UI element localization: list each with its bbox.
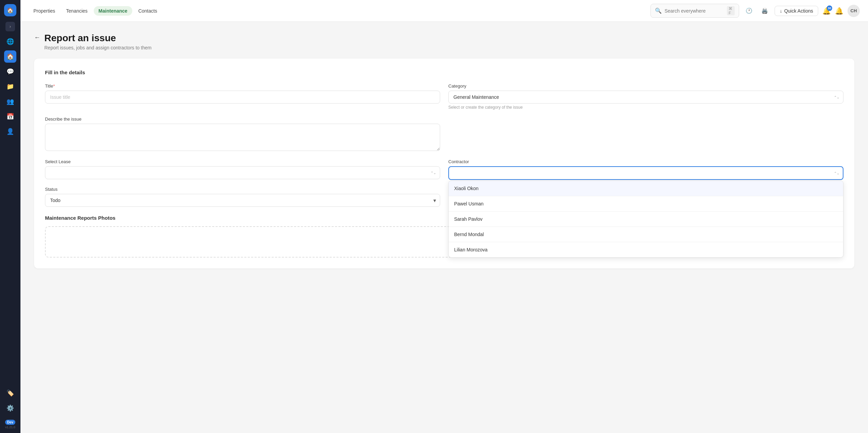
sidebar-item-tag[interactable]: 🏷️ — [4, 387, 16, 399]
category-label: Category — [448, 83, 843, 89]
globe-icon: 🌐 — [6, 38, 14, 45]
version-label: v1.21.0 — [5, 426, 15, 429]
search-bar[interactable]: 🔍 ⌘ F — [650, 4, 739, 18]
contractor-item-sarah[interactable]: Sarah Pavlov — [449, 212, 843, 227]
home-icon: 🏠 — [7, 7, 14, 14]
lease-label: Select Lease — [45, 159, 440, 164]
tag-icon: 🏷️ — [6, 389, 14, 397]
page-title: Report an issue — [44, 33, 151, 44]
download-icon: ↓ — [780, 8, 782, 14]
describe-group: Describe the issue — [45, 117, 440, 152]
history-icon[interactable]: 🕐 — [743, 5, 755, 17]
nav-contacts[interactable]: Contacts — [134, 6, 162, 16]
calendar-icon: 📅 — [6, 113, 14, 120]
title-input[interactable] — [45, 91, 440, 104]
nav-properties[interactable]: Properties — [29, 6, 60, 16]
user-avatar[interactable]: CH — [848, 5, 860, 17]
chevron-right-icon: › — [10, 24, 11, 29]
contractor-item-lilian[interactable]: Lilian Morozova — [449, 242, 843, 257]
sidebar-item-chat[interactable]: 💬 — [4, 65, 16, 78]
topnav-right: 🔍 ⌘ F 🕐 🖨️ ↓ Quick Actions 🔔 30 🔔 CH — [650, 4, 860, 18]
status-select[interactable]: Todo In Progress Done — [45, 194, 440, 207]
describe-label: Describe the issue — [45, 117, 440, 122]
contractor-dropdown: Xiaoli Okon Pawel Usman Sarah Pavlov Ber… — [448, 181, 843, 258]
sidebar-item-folder[interactable]: 📁 — [4, 80, 16, 93]
page-subtitle: Report issues, jobs and assign contracto… — [44, 45, 151, 50]
back-button[interactable]: ← — [34, 34, 40, 41]
contractor-item-bernd[interactable]: Bernd Mondal — [449, 227, 843, 242]
category-hint: Select or create the category of the iss… — [448, 105, 843, 110]
form-card: Fill in the details Title* Category Gene… — [34, 59, 854, 268]
nav-tenancies[interactable]: Tenancies — [61, 6, 92, 16]
contractor-group: Contractor Xiaoli Okon Pawel Usman Sarah… — [448, 159, 843, 180]
search-shortcut: ⌘ F — [727, 6, 735, 15]
top-navigation: Properties Tenancies Maintenance Contact… — [20, 0, 868, 22]
sidebar-item-calendar[interactable]: 📅 — [4, 110, 16, 123]
chat-icon: 💬 — [6, 68, 14, 75]
message-button[interactable]: 🔔 — [835, 7, 843, 15]
maintenance-icon: 🏠 — [6, 53, 14, 60]
dev-badge: Dev — [5, 420, 15, 425]
contractor-input[interactable] — [448, 166, 843, 180]
sidebar: 🏠 › 🌐 🏠 💬 📁 👥 📅 👤 🏷️ ⚙️ Dev v1.21.0 — [0, 0, 20, 433]
page-content: ← Report an issue Report issues, jobs an… — [20, 22, 868, 433]
sidebar-item-person[interactable]: 👤 — [4, 125, 16, 138]
search-input[interactable] — [664, 8, 724, 14]
category-select[interactable]: General Maintenance — [448, 91, 843, 104]
form-row-title-category: Title* Category General Maintenance Sele… — [45, 83, 843, 110]
print-icon[interactable]: 🖨️ — [759, 5, 770, 17]
contractor-input-wrap — [448, 166, 843, 180]
folder-icon: 📁 — [6, 83, 14, 90]
sidebar-item-maintenance[interactable]: 🏠 — [4, 50, 16, 63]
form-section-title: Fill in the details — [45, 69, 843, 75]
notification-button[interactable]: 🔔 30 — [822, 7, 831, 15]
status-select-wrap: Todo In Progress Done ▾ — [45, 194, 440, 207]
nav-links: Properties Tenancies Maintenance Contact… — [29, 6, 648, 16]
quick-actions-label: Quick Actions — [784, 8, 813, 14]
title-label: Title* — [45, 83, 440, 89]
describe-textarea[interactable] — [45, 124, 440, 151]
sidebar-item-settings[interactable]: ⚙️ — [4, 402, 16, 414]
lease-select-wrap — [45, 166, 440, 179]
page-header: ← Report an issue Report issues, jobs an… — [34, 33, 854, 50]
sidebar-item-globe[interactable]: 🌐 — [4, 35, 16, 48]
form-row-describe: Describe the issue — [45, 117, 843, 152]
sidebar-toggle[interactable]: › — [5, 22, 15, 31]
category-group: Category General Maintenance Select or c… — [448, 83, 843, 110]
lease-select[interactable] — [45, 166, 440, 179]
contractor-item-xiaoli[interactable]: Xiaoli Okon — [449, 181, 843, 196]
contractor-label: Contractor — [448, 159, 843, 164]
form-row-lease-contractor: Select Lease Contractor Xiaoli Okon — [45, 159, 843, 180]
category-select-wrap: General Maintenance — [448, 91, 843, 104]
title-group: Title* — [45, 83, 440, 110]
lease-group: Select Lease — [45, 159, 440, 179]
sidebar-item-people[interactable]: 👥 — [4, 95, 16, 108]
nav-maintenance[interactable]: Maintenance — [94, 6, 132, 16]
settings-icon: ⚙️ — [6, 404, 14, 412]
message-icon: 🔔 — [835, 7, 843, 15]
search-icon: 🔍 — [655, 7, 662, 14]
person-icon: 👤 — [6, 128, 14, 135]
notification-badge: 30 — [827, 5, 832, 11]
quick-actions-button[interactable]: ↓ Quick Actions — [775, 6, 818, 16]
main-content: Properties Tenancies Maintenance Contact… — [20, 0, 868, 433]
contractor-list: Xiaoli Okon Pawel Usman Sarah Pavlov Ber… — [449, 181, 843, 257]
status-group: Status Todo In Progress Done ▾ — [45, 187, 440, 207]
contractor-item-pawel[interactable]: Pawel Usman — [449, 196, 843, 212]
sidebar-logo[interactable]: 🏠 — [4, 4, 16, 16]
status-label: Status — [45, 187, 440, 192]
people-icon: 👥 — [6, 98, 14, 105]
